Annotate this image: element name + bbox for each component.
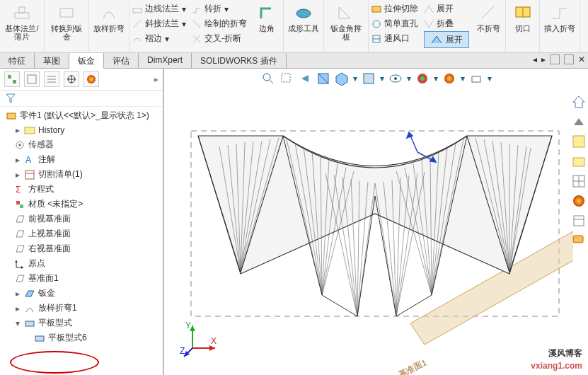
tree-sensor[interactable]: 传感器 [3,137,160,152]
tree-origin[interactable]: 原点 [3,256,160,271]
rb-hole[interactable]: 简单直孔 [371,16,418,31]
maximize-icon[interactable] [564,54,574,64]
tree-annot[interactable]: ▸A注解 [3,152,160,167]
feature-tree[interactable]: 零件1 (默认<<默认>_显示状态 1>) ▸History 传感器 ▸A注解 … [0,107,163,375]
rb-fold[interactable]: 折叠 [424,16,469,31]
tree-cutlist[interactable]: ▸切割清单(1) [3,167,160,182]
panel-tab-tree[interactable] [4,71,20,87]
expand-icon[interactable]: ▸ [14,155,21,165]
view-orient-icon[interactable] [335,71,349,86]
tree-right[interactable]: 右视基准面 [3,241,160,256]
rb-gusset[interactable]: 钣金角撑板 [324,0,369,52]
svg-point-29 [263,74,270,81]
collapse-icon[interactable]: ▾ [14,318,21,328]
svg-point-38 [420,76,425,81]
dropdown-icon[interactable]: ▾ [380,74,384,83]
expand-icon[interactable]: ▸ [14,125,21,135]
view-palette-icon[interactable] [571,173,587,189]
close-icon[interactable]: ✕ [578,54,585,64]
dropdown-icon[interactable]: ▾ [407,74,411,83]
rb-loft-bend[interactable]: 放样折弯 [89,0,129,52]
rb-convert[interactable]: 转换到钣金 [45,0,89,52]
rb-edge-flange[interactable]: 边线法兰▾ [132,1,186,16]
dropdown-icon[interactable]: ▾ [488,74,492,83]
tab-evaluate[interactable]: 评估 [104,53,139,68]
svg-rect-28 [35,336,44,341]
panel-tab-dim[interactable] [64,71,79,87]
tree-lofted-bend[interactable]: ▸放样折弯1 [3,301,160,316]
chevron-right-icon[interactable]: ▸ [154,74,158,84]
edit-appear-icon[interactable] [415,71,430,86]
filter-bar[interactable] [0,91,163,107]
zoom-fit-icon[interactable] [261,71,275,86]
part-icon [6,110,17,122]
design-lib-icon[interactable] [571,134,587,149]
rb-no-bend[interactable]: 不折弯 [472,0,506,52]
rb-rip[interactable]: 切口 [506,0,540,52]
zoom-area-icon[interactable] [279,71,294,86]
section-icon[interactable] [316,71,330,86]
dropdown-icon[interactable]: ▾ [353,74,357,83]
rb-sketch-bend[interactable]: 绘制的折弯 [192,16,247,31]
dropdown-icon[interactable]: ▾ [461,74,465,83]
expand-icon[interactable]: ▸ [14,304,21,313]
expand-icon[interactable]: ▸ [14,170,21,180]
rb-form-tool[interactable]: 成形工具 [284,0,324,52]
rb-hem[interactable]: 褶边▾ [132,31,186,46]
panel-tab-appear[interactable] [83,71,99,87]
chevron-left-icon[interactable]: ◂ [533,54,537,64]
resources-icon[interactable] [571,114,587,129]
panel-tab-config[interactable] [44,71,59,87]
home-icon[interactable] [571,94,587,110]
svg-rect-4 [372,6,381,12]
label: 不折弯 [477,24,500,33]
expand-icon[interactable]: ▸ [14,289,21,299]
hide-show-icon[interactable] [388,71,403,86]
chevron-down-icon: ▾ [165,34,169,44]
prev-view-icon[interactable] [298,71,312,86]
tree-plane1[interactable]: 基准面1 [3,271,160,286]
custom-props-icon[interactable] [571,213,587,229]
tree-equations[interactable]: Σ方程式 [3,182,160,197]
svg-rect-25 [16,201,20,204]
rb-unfold[interactable]: 展开 [424,1,469,16]
tree-sheetmetal[interactable]: ▸钣金 [3,286,160,301]
dropdown-icon[interactable]: ▾ [434,74,438,83]
graphics-viewport[interactable]: ▾ ▾ ▾ ▾ ▾ ▾ [164,69,588,375]
triad-icon[interactable]: Y X Z [180,318,222,361]
rb-jog[interactable]: 转折▾ [192,1,247,16]
panel-tab-prop[interactable] [24,71,40,87]
tree-history[interactable]: ▸History [3,123,160,137]
tree-top[interactable]: 上视基准面 [3,226,160,241]
tab-sketch[interactable]: 草图 [35,53,69,68]
tree-flat-pattern[interactable]: ▾平板型式 [3,316,160,330]
expand-icon [430,33,443,46]
appearances-icon[interactable] [571,193,587,209]
tree-front[interactable]: 前视基准面 [3,212,160,226]
rb-corner[interactable]: 边角 [250,0,284,52]
tab-dimxpert[interactable]: DimXpert [139,53,192,68]
rb-miter[interactable]: 斜接法兰▾ [132,16,186,31]
display-style-icon[interactable] [362,71,376,86]
chevron-right-icon[interactable]: ▸ [541,54,546,64]
tab-features[interactable]: 特征 [0,53,35,68]
rb-extrude-cut[interactable]: 拉伸切除 [371,1,418,16]
rb-expand[interactable]: 展开 [424,31,469,48]
tree-root[interactable]: 零件1 (默认<<默认>_显示状态 1>) [3,108,160,123]
tree-flat-pattern-6[interactable]: 平板型式6 [3,330,160,345]
rb-cross-break[interactable]: 交叉-折断 [192,31,247,46]
rb-insert-bend[interactable]: 插入折弯 [540,0,580,52]
tab-sheetmetal[interactable]: 钣金 [69,53,104,69]
svg-rect-0 [15,13,29,18]
view-settings-icon[interactable] [469,71,483,86]
flat-icon [24,318,35,329]
tab-addins[interactable]: SOLIDWORKS 插件 [192,53,287,68]
tree-material[interactable]: 材质 <未指定> [3,197,160,212]
forum-icon[interactable] [571,233,587,248]
loft-icon [24,303,35,314]
rb-vent[interactable]: 通风口 [371,31,418,46]
rb-base-flange[interactable]: 基体法兰/薄片 [0,0,45,52]
scene-icon[interactable] [442,71,456,86]
minimize-icon[interactable] [550,54,560,64]
file-explorer-icon[interactable] [571,154,587,169]
